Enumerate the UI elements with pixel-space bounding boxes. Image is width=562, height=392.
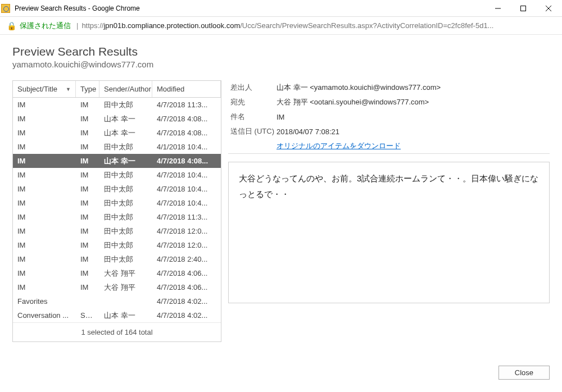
cell-sender: 大谷 翔平 xyxy=(99,282,152,293)
table-row[interactable]: IMIM大谷 翔平4/7/2018 4:06... xyxy=(13,280,221,294)
cell-type: IM xyxy=(76,213,99,221)
cell-type: IM xyxy=(76,269,99,277)
col-sender[interactable]: Sender/Author xyxy=(99,81,152,97)
cell-subject: IM xyxy=(13,171,76,179)
cell-subject: IM xyxy=(13,227,76,235)
table-row[interactable]: IMIM田中太郎4/7/2018 12:0... xyxy=(13,224,221,238)
from-value: 山本 幸一 <yamamoto.kouichi@windows777.com> xyxy=(277,83,550,93)
col-subject[interactable]: Subject/Title▼ xyxy=(13,81,76,97)
cell-modified: 4/7/2018 12:0... xyxy=(152,227,221,235)
cell-subject: IM xyxy=(13,241,76,249)
table-row[interactable]: IMIM山本 幸一4/7/2018 4:08... xyxy=(13,154,221,168)
table-row[interactable]: IMIM田中太郎4/7/2018 10:4... xyxy=(13,182,221,196)
cell-modified: 4/7/2018 10:4... xyxy=(152,199,221,207)
table-row[interactable]: IMIM山本 幸一4/7/2018 4:08... xyxy=(13,112,221,126)
cell-type: IM xyxy=(76,129,99,137)
cell-modified: 4/7/2018 4:02... xyxy=(152,297,221,306)
window-app-icon xyxy=(1,4,10,13)
window-maximize-button[interactable] xyxy=(510,1,536,16)
cell-sender: 田中太郎 xyxy=(99,212,152,222)
message-headers: 差出人山本 幸一 <yamamoto.kouichi@windows777.co… xyxy=(228,80,550,154)
window-close-button[interactable] xyxy=(536,1,561,16)
cell-modified: 4/7/2018 11:3... xyxy=(152,213,221,221)
col-modified[interactable]: Modified xyxy=(152,81,221,97)
table-row[interactable]: IMIM田中太郎4/7/2018 11:3... xyxy=(13,210,221,224)
cell-type: Sky... xyxy=(76,311,99,320)
table-row[interactable]: IMIM田中太郎4/7/2018 2:40... xyxy=(13,252,221,266)
window-titlebar: Preview Search Results - Google Chrome xyxy=(0,0,562,17)
cell-modified: 4/7/2018 4:08... xyxy=(152,157,221,165)
window-minimize-button[interactable] xyxy=(485,1,510,16)
table-row[interactable]: Favorites4/7/2018 4:02... xyxy=(13,294,221,308)
from-label: 差出人 xyxy=(228,83,277,93)
cell-sender: 田中太郎 xyxy=(99,226,152,236)
table-row[interactable]: IMIM大谷 翔平4/7/2018 4:06... xyxy=(13,266,221,280)
cell-subject: IM xyxy=(13,157,76,165)
cell-sender: 山本 幸一 xyxy=(99,156,152,166)
table-row[interactable]: IMIM田中太郎4/1/2018 10:4... xyxy=(13,140,221,154)
cell-subject: Favorites xyxy=(13,297,76,306)
cell-subject: IM xyxy=(13,255,76,263)
cell-type: IM xyxy=(76,171,99,179)
message-body: 大谷どうなってんのや、お前。3試合連続ホームランて・・。日本偉い騒ぎになっとるで… xyxy=(228,162,550,303)
url-separator: | xyxy=(76,21,78,30)
cell-sender: 田中太郎 xyxy=(99,254,152,265)
cell-type: IM xyxy=(76,115,99,123)
cell-type: IM xyxy=(76,185,99,193)
cell-type: IM xyxy=(76,255,99,263)
table-row[interactable]: IMIM山本 幸一4/7/2018 4:08... xyxy=(13,126,221,140)
cell-subject: IM xyxy=(13,269,76,277)
svg-rect-1 xyxy=(520,6,525,11)
cell-sender: 田中太郎 xyxy=(99,240,152,250)
col-type[interactable]: Type xyxy=(76,81,99,97)
cell-subject: IM xyxy=(13,115,76,123)
table-header: Subject/Title▼ Type Sender/Author Modifi… xyxy=(13,81,221,98)
cell-subject: Conversation ... xyxy=(13,311,76,320)
table-body[interactable]: IMIM田中太郎4/7/2018 11:3...IMIM山本 幸一4/7/201… xyxy=(13,98,221,322)
cell-type: IM xyxy=(76,101,99,109)
cell-subject: IM xyxy=(13,213,76,221)
cell-sender: 田中太郎 xyxy=(99,142,152,152)
cell-subject: IM xyxy=(13,143,76,151)
cell-sender: 山本 幸一 xyxy=(99,311,152,321)
cell-modified: 4/7/2018 11:3... xyxy=(152,101,221,109)
table-status: 1 selected of 164 total xyxy=(13,322,221,341)
close-button[interactable]: Close xyxy=(498,366,550,380)
cell-modified: 4/7/2018 2:40... xyxy=(152,255,221,263)
cell-modified: 4/7/2018 10:4... xyxy=(152,171,221,179)
cell-sender: 山本 幸一 xyxy=(99,114,152,124)
lock-icon: 🔒 xyxy=(7,21,16,30)
table-row[interactable]: IMIM田中太郎4/7/2018 10:4... xyxy=(13,168,221,182)
subject-label: 件名 xyxy=(228,112,277,122)
cell-modified: 4/7/2018 4:08... xyxy=(152,129,221,137)
download-original-link[interactable]: オリジナルのアイテムをダウンロード xyxy=(277,142,401,150)
to-value: 大谷 翔平 <ootani.syouhei@windows777.com> xyxy=(277,97,550,107)
cell-type: IM xyxy=(76,157,99,165)
cell-modified: 4/7/2018 4:06... xyxy=(152,269,221,277)
cell-sender: 田中太郎 xyxy=(99,198,152,208)
cell-sender: 田中太郎 xyxy=(99,184,152,194)
cell-modified: 4/1/2018 10:4... xyxy=(152,143,221,151)
preview-pane: 差出人山本 幸一 <yamamoto.kouichi@windows777.co… xyxy=(228,80,550,342)
sent-label: 送信日 (UTC) xyxy=(228,126,277,136)
cell-type: IM xyxy=(76,283,99,291)
address-bar: 🔒 保護された通信 | https://jpn01b.compliance.pr… xyxy=(0,17,562,35)
cell-type: IM xyxy=(76,241,99,249)
table-row[interactable]: IMIM田中太郎4/7/2018 11:3... xyxy=(13,98,221,112)
cell-sender: 山本 幸一 xyxy=(99,128,152,138)
cell-type: IM xyxy=(76,199,99,207)
url-text[interactable]: https://jpn01b.compliance.protection.out… xyxy=(81,21,555,30)
cell-subject: IM xyxy=(13,283,76,291)
sort-arrow-icon: ▼ xyxy=(66,86,71,92)
cell-sender: 田中太郎 xyxy=(99,170,152,180)
cell-type: IM xyxy=(76,227,99,235)
table-row[interactable]: IMIM田中太郎4/7/2018 10:4... xyxy=(13,196,221,210)
subject-value: IM xyxy=(277,113,550,121)
secure-label: 保護された通信 xyxy=(20,21,71,31)
cell-modified: 4/7/2018 4:06... xyxy=(152,283,221,291)
window-title: Preview Search Results - Google Chrome xyxy=(13,4,485,12)
table-row[interactable]: Conversation ...Sky...山本 幸一4/7/2018 4:02… xyxy=(13,308,221,322)
cell-modified: 4/7/2018 4:08... xyxy=(152,115,221,123)
table-row[interactable]: IMIM田中太郎4/7/2018 12:0... xyxy=(13,238,221,252)
to-label: 宛先 xyxy=(228,97,277,107)
